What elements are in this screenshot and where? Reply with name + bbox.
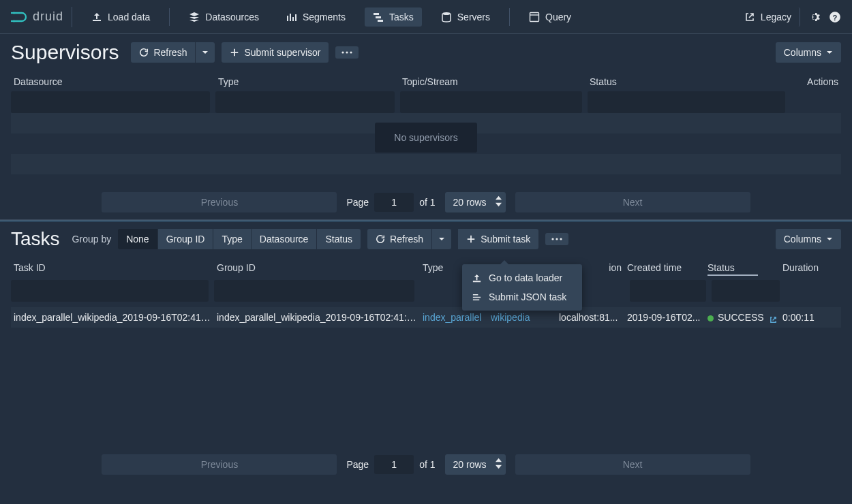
columns-label: Columns xyxy=(784,234,821,245)
refresh-caret[interactable] xyxy=(196,42,215,63)
svg-rect-8 xyxy=(378,20,383,22)
submit-task-button[interactable]: Submit task xyxy=(458,229,538,249)
col-type[interactable]: Type xyxy=(215,72,399,91)
nav-label: Servers xyxy=(457,12,490,22)
next-button[interactable]: Next xyxy=(515,192,750,212)
columns-button[interactable]: Columns xyxy=(776,42,841,63)
nav-tasks[interactable]: Tasks xyxy=(365,7,422,27)
svg-point-9 xyxy=(442,12,451,15)
group-none[interactable]: None xyxy=(118,229,157,249)
filter-topic[interactable] xyxy=(400,91,582,113)
col-datasource[interactable]: Datasource xyxy=(11,72,215,91)
refresh-button[interactable]: Refresh xyxy=(131,42,195,63)
supervisors-title: Supervisors xyxy=(11,41,119,64)
filter-datasource[interactable] xyxy=(11,91,210,113)
nav-label: Segments xyxy=(303,12,346,22)
plus-icon xyxy=(466,234,476,244)
col-topic[interactable]: Topic/Stream xyxy=(399,72,587,91)
tasks-refresh-caret[interactable] xyxy=(432,229,451,249)
svg-point-19 xyxy=(560,238,562,240)
more-button[interactable] xyxy=(335,46,359,59)
nav-label: Datasources xyxy=(205,12,259,22)
nav-legacy[interactable]: Legacy xyxy=(736,7,800,27)
col-status[interactable]: Status xyxy=(705,258,780,280)
tasks-empty-rows xyxy=(11,328,841,450)
tasks-columns-button[interactable]: Columns xyxy=(776,229,841,249)
svg-point-15 xyxy=(346,51,348,53)
page-label: Page xyxy=(346,197,369,208)
page-label: Page xyxy=(346,459,369,470)
external-link-icon[interactable] xyxy=(770,315,777,322)
col-status[interactable]: Status xyxy=(587,72,785,91)
filter-status[interactable] xyxy=(712,280,780,302)
svg-point-16 xyxy=(350,51,352,53)
brand[interactable]: druid xyxy=(11,7,72,27)
col-created[interactable]: Created time xyxy=(624,258,705,280)
group-groupid[interactable]: Group ID xyxy=(158,229,213,249)
nav-query[interactable]: Query xyxy=(521,7,579,27)
nav-servers[interactable]: Servers xyxy=(433,7,498,27)
col-duration[interactable]: Duration xyxy=(780,258,841,280)
cell-created: 2019-09-16T02... xyxy=(624,312,705,323)
menu-submit-json-task[interactable]: Submit JSON task xyxy=(462,287,582,306)
top-nav: druid Load data Datasources Segments Tas… xyxy=(0,0,852,34)
next-button[interactable]: Next xyxy=(515,454,750,475)
cell-datasource[interactable]: wikipedia xyxy=(488,312,556,323)
cell-status: SUCCESS xyxy=(705,312,780,323)
svg-rect-7 xyxy=(376,16,381,18)
submit-supervisor-button[interactable]: Submit supervisor xyxy=(222,42,329,63)
menu-label: Submit JSON task xyxy=(489,292,566,302)
menu-go-to-data-loader[interactable]: Go to data loader xyxy=(462,268,582,287)
page-input[interactable] xyxy=(374,455,414,474)
table-row[interactable]: index_parallel_wikipedia_2019-09-16T02:4… xyxy=(11,307,841,328)
filter-created[interactable] xyxy=(630,280,706,302)
gear-icon[interactable] xyxy=(808,11,821,23)
filter-status[interactable] xyxy=(588,91,785,113)
nav-load-data[interactable]: Load data xyxy=(83,7,158,27)
col-groupid[interactable]: Group ID xyxy=(214,258,420,280)
filter-type[interactable] xyxy=(215,91,395,113)
svg-rect-2 xyxy=(287,16,288,21)
nav-divider xyxy=(169,8,170,26)
app-icon xyxy=(529,12,540,22)
cell-type[interactable]: index_parallel xyxy=(420,312,488,323)
prev-button[interactable]: Previous xyxy=(102,454,337,475)
refresh-group: Refresh xyxy=(131,42,215,63)
svg-rect-10 xyxy=(530,12,539,21)
status-dot-icon xyxy=(708,315,714,321)
tasks-panel: Tasks Group by None Group ID Type Dataso… xyxy=(0,221,852,482)
chevron-down-icon xyxy=(202,49,209,56)
tasks-more-button[interactable] xyxy=(545,233,568,245)
supervisors-empty: No supervisors xyxy=(375,123,476,153)
rows-select[interactable]: 20 rows xyxy=(445,454,506,475)
svg-point-17 xyxy=(552,238,554,240)
group-by-segments: None Group ID Type Datasource Status xyxy=(118,229,361,249)
layers-icon xyxy=(189,12,200,22)
col-actions[interactable]: Actions xyxy=(785,72,841,91)
chevron-down-icon xyxy=(438,236,445,242)
menu-arrow-icon xyxy=(500,260,508,264)
group-datasource[interactable]: Datasource xyxy=(252,229,317,249)
supervisors-pager: Previous Page of 1 20 rows Next xyxy=(11,188,841,219)
filter-groupid[interactable] xyxy=(214,280,414,302)
refresh-label: Refresh xyxy=(390,234,423,245)
prev-button[interactable]: Previous xyxy=(102,192,337,212)
filter-taskid[interactable] xyxy=(11,280,209,302)
group-status[interactable]: Status xyxy=(317,229,361,249)
svg-rect-6 xyxy=(374,13,379,15)
rows-select[interactable]: 20 rows xyxy=(445,192,506,212)
svg-rect-4 xyxy=(292,17,294,21)
supervisors-panel: Supervisors Refresh Submit supervisor Co… xyxy=(0,34,852,219)
tasks-refresh-button[interactable]: Refresh xyxy=(367,229,431,249)
supervisors-body: No supervisors xyxy=(11,113,841,188)
help-icon[interactable]: ? xyxy=(829,11,841,23)
nav-label: Tasks xyxy=(389,12,414,22)
col-taskid[interactable]: Task ID xyxy=(11,258,214,280)
more-icon xyxy=(341,51,352,54)
nav-segments[interactable]: Segments xyxy=(278,7,354,27)
group-type[interactable]: Type xyxy=(213,229,250,249)
cell-location: localhost:81... xyxy=(556,312,624,323)
page-input[interactable] xyxy=(374,193,414,212)
nav-datasources[interactable]: Datasources xyxy=(181,7,267,27)
cell-duration: 0:00:11 xyxy=(780,312,841,323)
